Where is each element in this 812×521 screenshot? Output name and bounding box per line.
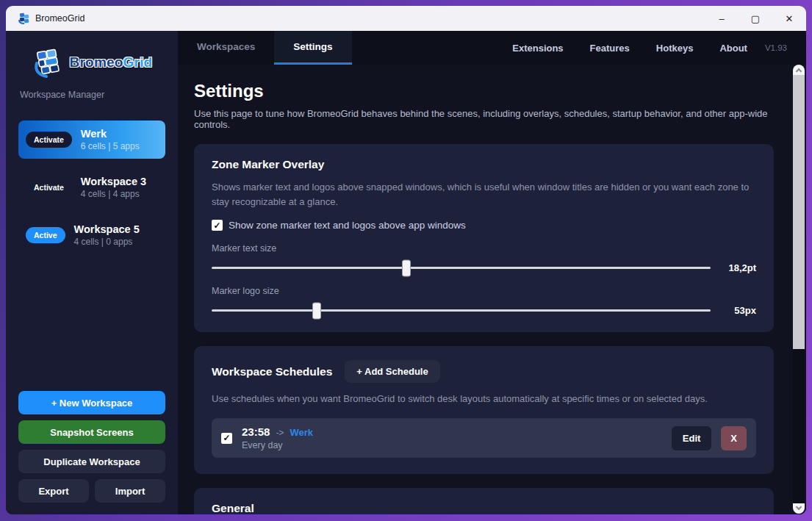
nav-about[interactable]: About: [706, 31, 761, 65]
vertical-scrollbar[interactable]: [793, 65, 805, 514]
grid-logo-icon: [32, 46, 65, 79]
marker-logo-size-slider-thumb[interactable]: [312, 302, 321, 319]
export-import-row: Export Import: [18, 479, 165, 503]
chevron-down-icon: [796, 504, 802, 510]
scroll-up-button[interactable]: [793, 65, 805, 75]
schedules-header: Workspace Schedules + Add Schedule: [212, 360, 756, 383]
zone-marker-title: Zone Marker Overlay: [212, 158, 756, 171]
schedule-enabled-checkbox[interactable]: ✓: [221, 433, 232, 444]
scrollbar-track[interactable]: [793, 75, 805, 503]
workspace-list: Activate Werk 6 cells | 5 apps Activate …: [18, 121, 165, 254]
app-window: BromeoGrid – ▢ ✕: [6, 6, 806, 514]
workspace-item-werk[interactable]: Activate Werk 6 cells | 5 apps: [18, 121, 165, 159]
add-schedule-button[interactable]: + Add Schedule: [345, 360, 439, 383]
content-wrap: Settings Use this page to tune how Brome…: [178, 65, 806, 514]
snapshot-screens-button[interactable]: Snapshot Screens: [18, 420, 165, 444]
minimize-button[interactable]: –: [705, 6, 739, 31]
chevron-up-icon: [796, 68, 802, 74]
marker-logo-size-slider-row: 53px: [212, 305, 756, 316]
checkbox-checked-icon[interactable]: ✓: [212, 220, 223, 231]
zone-marker-description: Shows marker text and logos above snappe…: [212, 180, 756, 209]
workspace-item-3[interactable]: Activate Workspace 3 4 cells | 4 apps: [18, 168, 165, 206]
maximize-icon: ▢: [751, 13, 760, 24]
schedules-description: Use schedules when you want BromeoGrid t…: [212, 392, 756, 406]
schedule-info: 23:58 -> Werk Every day: [242, 425, 313, 450]
new-workspace-button[interactable]: + New Workspace: [18, 391, 165, 414]
app-subtitle: Workspace Manager: [20, 90, 165, 100]
workspace-name: Workspace 5: [74, 223, 140, 235]
zone-marker-card: Zone Marker Overlay Shows marker text an…: [194, 144, 774, 332]
tab-settings[interactable]: Settings: [274, 31, 351, 65]
title-bar: BromeoGrid – ▢ ✕: [6, 6, 806, 31]
page-description: Use this page to tune how BromeoGrid beh…: [194, 108, 774, 130]
sidebar: BromeoGrid Workspace Manager Activate We…: [6, 31, 178, 514]
marker-text-size-slider-thumb[interactable]: [402, 259, 411, 276]
tab-spacer: [352, 31, 500, 65]
general-card: General: [194, 488, 774, 514]
workspace-name: Werk: [81, 128, 140, 140]
scroll-down-button[interactable]: [793, 503, 805, 514]
schedule-target-workspace: Werk: [290, 427, 313, 438]
marker-text-size-label: Marker text size: [212, 243, 756, 254]
schedule-time: 23:58: [242, 425, 270, 438]
close-icon: ✕: [786, 13, 794, 24]
active-badge[interactable]: Active: [26, 227, 65, 243]
show-zone-marker-checkbox-row[interactable]: ✓ Show zone marker text and logos above …: [212, 220, 756, 231]
main-panel: Workspaces Settings Extensions Features …: [178, 31, 806, 514]
schedule-recurrence: Every day: [242, 440, 313, 450]
logo-text-grid: Grid: [123, 54, 153, 70]
minimize-icon: –: [719, 13, 724, 24]
workspace-item-5[interactable]: Active Workspace 5 4 cells | 0 apps: [18, 216, 165, 254]
workspace-schedules-card: Workspace Schedules + Add Schedule Use s…: [194, 346, 774, 474]
title-bar-left: BromeoGrid: [6, 12, 705, 24]
activate-badge[interactable]: Activate: [26, 179, 72, 195]
workspace-texts: Werk 6 cells | 5 apps: [81, 128, 140, 151]
marker-text-size-slider[interactable]: [212, 267, 711, 269]
workspace-meta: 4 cells | 4 apps: [81, 189, 146, 199]
window-title: BromeoGrid: [35, 13, 85, 24]
window-controls: – ▢ ✕: [705, 6, 806, 31]
edit-schedule-button[interactable]: Edit: [672, 426, 712, 450]
marker-text-size-slider-row: 18,2pt: [212, 262, 756, 273]
app-icon: [18, 12, 29, 24]
page-title: Settings: [194, 81, 774, 101]
logo-text-bromeo: Bromeo: [70, 54, 123, 70]
export-button[interactable]: Export: [18, 479, 89, 503]
app-body: BromeoGrid Workspace Manager Activate We…: [6, 31, 806, 514]
tab-bar: Workspaces Settings Extensions Features …: [178, 31, 806, 65]
workspace-texts: Workspace 3 4 cells | 4 apps: [81, 176, 146, 199]
schedule-item: ✓ 23:58 -> Werk Every day Edit: [212, 418, 756, 458]
activate-badge[interactable]: Activate: [26, 132, 72, 148]
logo-wordmark: BromeoGrid: [70, 54, 153, 71]
tab-workspaces[interactable]: Workspaces: [178, 31, 274, 65]
marker-logo-size-label: Marker logo size: [212, 286, 756, 296]
arrow-icon: ->: [276, 428, 284, 438]
schedule-line: 23:58 -> Werk: [242, 425, 313, 438]
nav-features[interactable]: Features: [577, 31, 643, 65]
app-logo: BromeoGrid: [18, 46, 165, 79]
nav-hotkeys[interactable]: Hotkeys: [643, 31, 707, 65]
schedules-title: Workspace Schedules: [212, 365, 332, 378]
workspace-meta: 4 cells | 0 apps: [74, 237, 140, 247]
marker-text-size-value: 18,2pt: [711, 262, 756, 273]
marker-logo-size-slider[interactable]: [212, 309, 711, 312]
import-button[interactable]: Import: [95, 479, 165, 503]
version-label: V1.93: [761, 31, 806, 65]
maximize-button[interactable]: ▢: [739, 6, 772, 31]
workspace-meta: 6 cells | 5 apps: [81, 141, 140, 151]
marker-logo-size-value: 53px: [711, 305, 756, 316]
general-title: General: [212, 502, 756, 514]
settings-page: Settings Use this page to tune how Brome…: [194, 65, 774, 514]
workspace-name: Workspace 3: [81, 176, 146, 187]
scrollbar-thumb[interactable]: [793, 75, 805, 349]
show-zone-marker-label: Show zone marker text and logos above ap…: [229, 220, 466, 231]
nav-extensions[interactable]: Extensions: [499, 31, 576, 65]
close-button[interactable]: ✕: [772, 6, 806, 31]
delete-schedule-button[interactable]: X: [721, 426, 747, 450]
workspace-texts: Workspace 5 4 cells | 0 apps: [74, 223, 140, 247]
duplicate-workspace-button[interactable]: Duplicate Workspace: [18, 450, 165, 473]
sidebar-actions: + New Workspace Snapshot Screens Duplica…: [18, 391, 165, 503]
